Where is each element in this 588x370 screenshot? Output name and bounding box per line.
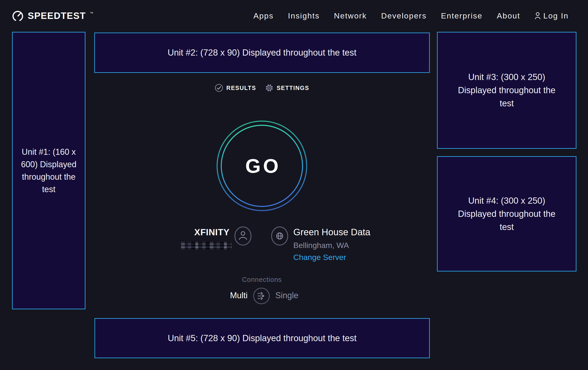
globe-icon[interactable] (271, 226, 289, 246)
connections-label: Connections (94, 276, 430, 283)
nav-item-apps[interactable]: Apps (253, 11, 274, 20)
nav-item-enterprise[interactable]: Enterprise (441, 11, 483, 20)
person-icon[interactable] (234, 226, 252, 246)
tab-settings-label: SETTINGS (277, 85, 309, 91)
multi-arrows-icon (253, 287, 270, 305)
nav-item-about[interactable]: About (497, 11, 520, 20)
brand-name: SPEEDTEST (28, 11, 86, 21)
ad-unit-5-text: Unit #5: (728 x 90) Displayed throughout… (168, 332, 356, 345)
nav-item-insights[interactable]: Insights (288, 11, 320, 20)
gear-icon (265, 83, 274, 92)
connections-toggle[interactable] (253, 287, 270, 305)
isp-name[interactable]: XFINITY (162, 228, 230, 237)
top-nav: SPEEDTEST ™ Apps Insights Network Develo… (0, 0, 588, 31)
ad-unit-3-text: Unit #3: (300 x 250) Displayed throughou… (451, 70, 562, 110)
connections-multi-option[interactable]: Multi (201, 291, 248, 300)
server-name[interactable]: Green House Data (293, 227, 370, 237)
ad-unit-3[interactable]: Unit #3: (300 x 250) Displayed throughou… (437, 32, 577, 149)
tab-settings[interactable]: SETTINGS (265, 83, 309, 92)
server-location: Bellingham, WA (293, 241, 349, 250)
login-label: Log In (543, 11, 569, 20)
change-server-link[interactable]: Change Server (293, 253, 346, 262)
connections-single-option[interactable]: Single (275, 291, 298, 300)
speedtest-page: SPEEDTEST ™ Apps Insights Network Develo… (0, 0, 588, 370)
person-icon (535, 12, 541, 19)
go-button-label: GO (216, 120, 307, 211)
login-button[interactable]: Log In (535, 11, 569, 20)
ad-unit-2[interactable]: Unit #2: (728 x 90) Displayed throughout… (94, 32, 430, 73)
nav-item-developers[interactable]: Developers (381, 11, 427, 20)
ad-unit-1-text: Unit #1: (160 x 600) Displayed throughou… (19, 146, 78, 196)
check-circle-icon (215, 83, 223, 92)
trademark-symbol: ™ (90, 11, 93, 15)
tab-results[interactable]: RESULTS (215, 83, 256, 92)
go-button[interactable]: GO (216, 120, 307, 211)
speedtest-logo[interactable]: SPEEDTEST ™ (11, 10, 93, 22)
ad-unit-5[interactable]: Unit #5: (728 x 90) Displayed throughout… (94, 318, 430, 358)
redacted-ip-address (181, 242, 232, 250)
ad-unit-4-text: Unit #4: (300 x 250) Displayed throughou… (451, 194, 562, 234)
tab-results-label: RESULTS (226, 85, 256, 91)
ad-unit-2-text: Unit #2: (728 x 90) Displayed throughout… (168, 46, 356, 59)
nav-item-network[interactable]: Network (334, 11, 367, 20)
nav-links: Apps Insights Network Developers Enterpr… (253, 11, 569, 20)
speedometer-icon (11, 10, 24, 22)
tabs-row: RESULTS SETTINGS (94, 83, 430, 92)
ad-unit-4[interactable]: Unit #4: (300 x 250) Displayed throughou… (437, 156, 577, 271)
ad-unit-1[interactable]: Unit #1: (160 x 600) Displayed throughou… (12, 32, 85, 309)
